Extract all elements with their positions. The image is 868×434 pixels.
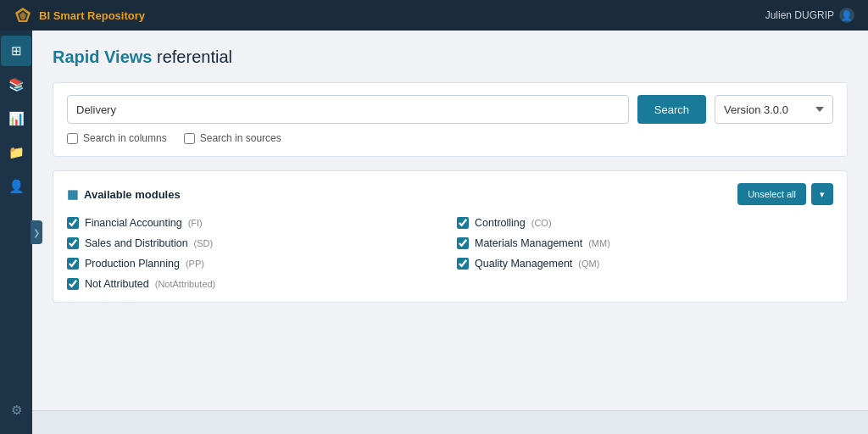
module-co-code: (CO): [531, 218, 552, 228]
module-qm-code: (QM): [578, 259, 599, 269]
user-name-label: Julien DUGRIP: [765, 9, 834, 21]
module-empty-slot: [457, 278, 833, 290]
user-info: Julien DUGRIP 👤: [765, 8, 854, 23]
sidebar-item-user[interactable]: 👤: [1, 171, 31, 202]
modules-title: ▦ Available modules: [67, 187, 181, 201]
page-title-highlight: Rapid Views: [53, 47, 152, 66]
module-qm-checkbox[interactable]: [457, 258, 469, 270]
chevron-right-icon: ❯: [33, 228, 40, 237]
modules-grid: Financial Accounting (FI) Controlling (C…: [67, 217, 833, 290]
books-icon: 📚: [8, 77, 25, 92]
module-mm-checkbox[interactable]: [457, 237, 469, 249]
modules-title-icon: ▦: [67, 187, 78, 201]
page-title: Rapid Views referential: [53, 47, 848, 67]
module-co-checkbox[interactable]: [457, 217, 469, 229]
content-area: Rapid Views referential Search Version 3…: [32, 31, 868, 434]
main-layout: ⊞ 📚 📊 📁 👤 ❯ ⚙ Rapid Views referential: [0, 31, 868, 434]
list-item[interactable]: Financial Accounting (FI): [67, 217, 443, 229]
list-item[interactable]: Sales and Distribution (SD): [67, 237, 443, 249]
top-bar-brand: BI Smart Repository: [14, 6, 145, 25]
list-item[interactable]: Production Planning (PP): [67, 258, 443, 270]
modules-dropdown-button[interactable]: ▾: [811, 183, 833, 205]
page-content: Rapid Views referential Search Version 3…: [32, 31, 868, 410]
sidebar-item-folder[interactable]: 📁: [1, 137, 31, 168]
search-in-columns-checkbox[interactable]: [67, 133, 78, 144]
module-fi-name: Financial Accounting: [85, 217, 182, 229]
list-item[interactable]: Controlling (CO): [457, 217, 833, 229]
home-icon: ⊞: [11, 43, 22, 58]
module-na-checkbox[interactable]: [67, 278, 79, 290]
module-fi-code: (FI): [188, 218, 203, 228]
module-sd-checkbox[interactable]: [67, 237, 79, 249]
search-input[interactable]: [67, 95, 629, 124]
search-in-sources-text: Search in sources: [200, 132, 281, 144]
sidebar: ⊞ 📚 📊 📁 👤 ❯ ⚙: [0, 31, 32, 434]
user-icon: 👤: [8, 179, 25, 194]
search-in-columns-label[interactable]: Search in columns: [67, 132, 167, 144]
sidebar-item-settings[interactable]: ⚙: [1, 395, 31, 426]
sidebar-item-home[interactable]: ⊞: [1, 36, 31, 66]
user-avatar-icon: 👤: [839, 8, 854, 23]
top-bar: BI Smart Repository Julien DUGRIP 👤: [0, 0, 868, 31]
module-mm-code: (MM): [588, 238, 610, 248]
modules-title-text: Available modules: [84, 188, 181, 201]
search-in-sources-label[interactable]: Search in sources: [184, 132, 281, 144]
chart-icon: 📊: [8, 111, 25, 126]
sidebar-item-chart[interactable]: 📊: [1, 103, 31, 134]
search-options: Search in columns Search in sources: [67, 132, 833, 144]
sidebar-item-books[interactable]: 📚: [1, 70, 31, 100]
page-title-rest: referential: [152, 47, 232, 66]
sidebar-bottom: ⚙: [1, 395, 31, 426]
module-sd-name: Sales and Distribution: [85, 237, 188, 249]
module-co-name: Controlling: [475, 217, 526, 229]
search-in-columns-text: Search in columns: [83, 132, 167, 144]
module-pp-name: Production Planning: [85, 258, 180, 270]
list-item[interactable]: Materials Management (MM): [457, 237, 833, 249]
module-fi-checkbox[interactable]: [67, 217, 79, 229]
list-item[interactable]: Not Attributed (NotAttributed): [67, 278, 443, 290]
module-sd-code: (SD): [194, 238, 214, 248]
search-panel: Search Version 3.0.0 Version 2.0.0 Versi…: [53, 82, 848, 157]
search-in-sources-checkbox[interactable]: [184, 133, 195, 144]
module-na-name: Not Attributed: [85, 278, 149, 290]
module-pp-code: (PP): [186, 259, 204, 269]
module-qm-name: Quality Management: [475, 258, 572, 270]
search-row: Search Version 3.0.0 Version 2.0.0 Versi…: [67, 95, 833, 124]
modules-header: ▦ Available modules Unselect all ▾: [67, 183, 833, 205]
search-button[interactable]: Search: [637, 95, 706, 124]
app-name: BI Smart Repository: [39, 9, 145, 22]
sidebar-expand-button[interactable]: ❯: [31, 220, 42, 244]
modules-actions: Unselect all ▾: [737, 183, 833, 205]
module-mm-name: Materials Management: [475, 237, 582, 249]
list-item[interactable]: Quality Management (QM): [457, 258, 833, 270]
modules-panel: ▦ Available modules Unselect all ▾ Fi: [53, 170, 848, 303]
settings-icon: ⚙: [11, 403, 22, 418]
version-select[interactable]: Version 3.0.0 Version 2.0.0 Version 1.0.…: [715, 95, 833, 124]
footer-bar: [32, 410, 868, 434]
module-na-code: (NotAttributed): [155, 279, 216, 289]
unselect-all-button[interactable]: Unselect all: [737, 183, 806, 205]
folder-icon: 📁: [8, 145, 25, 160]
module-pp-checkbox[interactable]: [67, 258, 79, 270]
app-logo: [14, 6, 32, 25]
chevron-down-icon: ▾: [820, 189, 825, 200]
